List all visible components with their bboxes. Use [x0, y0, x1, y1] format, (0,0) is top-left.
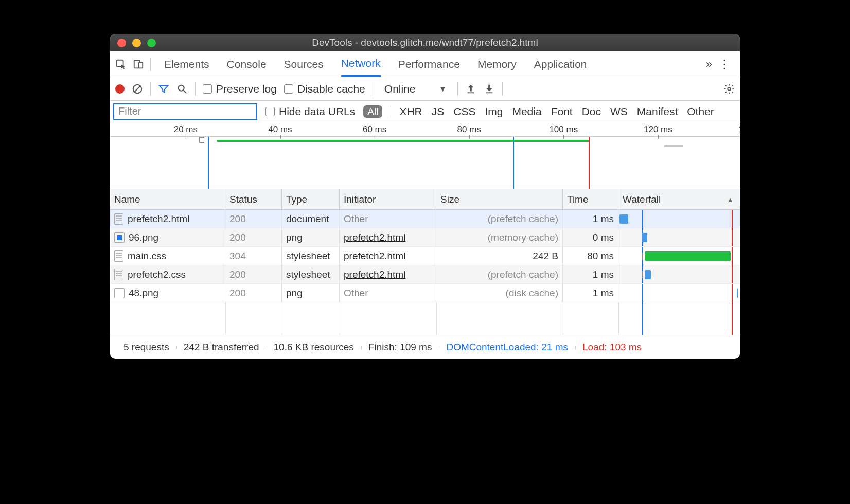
document-icon	[114, 269, 123, 280]
more-tabs-icon[interactable]: »	[706, 58, 710, 71]
filter-type-ws[interactable]: WS	[610, 105, 628, 118]
filter-type-media[interactable]: Media	[512, 105, 541, 118]
request-initiator[interactable]: prefetch2.html	[344, 250, 405, 262]
inspect-element-icon[interactable]	[115, 59, 127, 70]
clear-icon[interactable]	[132, 83, 143, 95]
request-initiator: Other	[344, 287, 368, 299]
filter-type-img[interactable]: Img	[485, 105, 503, 118]
svg-rect-7	[468, 92, 474, 93]
request-type: png	[282, 228, 340, 246]
waterfall-queue-tick	[642, 271, 643, 278]
waterfall-bar	[645, 251, 731, 261]
request-row[interactable]: prefetch2.html200documentOther(prefetch …	[110, 210, 740, 228]
filter-type-js[interactable]: JS	[432, 105, 445, 118]
request-row[interactable]: main.css304stylesheetprefetch2.html242 B…	[110, 247, 740, 265]
waterfall-load-line	[732, 210, 733, 228]
timeline-tick: 120 ms	[644, 124, 672, 135]
filter-input[interactable]: Filter	[113, 103, 257, 120]
column-header-time[interactable]: Time	[563, 189, 618, 209]
waterfall-cell	[618, 265, 738, 283]
overview-range-handle[interactable]	[199, 137, 204, 143]
request-type: stylesheet	[282, 265, 340, 283]
column-separator	[618, 302, 619, 335]
waterfall-load-line	[732, 247, 733, 265]
table-filler	[110, 302, 740, 335]
filter-bar: Filter Hide data URLs All XHRJSCSSImgMed…	[110, 101, 740, 122]
throttling-value: Online	[384, 83, 416, 95]
kebab-menu-icon[interactable]: ⋮	[714, 57, 735, 71]
timeline-tick: 100 ms	[549, 124, 578, 135]
download-har-icon[interactable]	[484, 83, 495, 95]
waterfall-dcl-line	[642, 284, 643, 302]
waterfall-dcl-line	[642, 210, 643, 228]
hide-data-urls-checkbox[interactable]: Hide data URLs	[265, 105, 355, 118]
waterfall-dcl-line	[642, 302, 643, 335]
tab-elements[interactable]: Elements	[164, 51, 209, 77]
request-row[interactable]: prefetch2.css200stylesheetprefetch2.html…	[110, 265, 740, 284]
filter-type-font[interactable]: Font	[551, 105, 573, 118]
filter-type-css[interactable]: CSS	[453, 105, 475, 118]
tab-application[interactable]: Application	[534, 51, 587, 77]
image-icon	[114, 288, 125, 298]
filter-type-doc[interactable]: Doc	[582, 105, 601, 118]
device-toolbar-icon[interactable]	[133, 59, 144, 70]
request-type: stylesheet	[282, 247, 340, 265]
request-size: (memory cache)	[436, 228, 563, 246]
record-button[interactable]	[115, 84, 125, 94]
timeline-tick: 14	[738, 124, 740, 135]
column-header-name[interactable]: Name	[110, 189, 225, 209]
column-header-waterfall[interactable]: Waterfall▲	[618, 189, 738, 209]
svg-point-9	[728, 87, 731, 91]
waterfall-bar	[737, 289, 738, 298]
search-icon[interactable]	[176, 83, 188, 95]
request-size: (prefetch cache)	[436, 210, 563, 228]
waterfall-cell	[618, 247, 738, 265]
column-header-type[interactable]: Type	[282, 189, 340, 209]
upload-har-icon[interactable]	[465, 83, 476, 95]
tab-sources[interactable]: Sources	[284, 51, 324, 77]
status-resources: 10.6 KB resources	[267, 341, 361, 353]
preserve-log-checkbox[interactable]: Preserve log	[203, 83, 277, 95]
tab-memory[interactable]: Memory	[477, 51, 517, 77]
waterfall-load-line	[732, 284, 733, 302]
request-name: main.css	[128, 250, 166, 262]
request-status: 200	[225, 210, 282, 228]
column-header-size[interactable]: Size	[436, 189, 563, 209]
svg-rect-2	[139, 62, 143, 68]
tab-console[interactable]: Console	[227, 51, 267, 77]
filter-type-xhr[interactable]: XHR	[399, 105, 422, 118]
settings-gear-icon[interactable]	[723, 83, 735, 95]
timeline-overview[interactable]: 20 ms40 ms60 ms80 ms100 ms120 ms14	[110, 122, 740, 189]
waterfall-cell	[618, 284, 738, 302]
svg-rect-8	[486, 92, 493, 93]
waterfall-cell	[618, 210, 738, 228]
request-initiator[interactable]: prefetch2.html	[344, 232, 405, 243]
timeline-tick: 20 ms	[174, 124, 198, 135]
filter-type-other[interactable]: Other	[687, 105, 714, 118]
column-header-initiator[interactable]: Initiator	[340, 189, 436, 209]
request-size: (prefetch cache)	[436, 265, 563, 283]
request-status: 304	[225, 247, 282, 265]
request-initiator[interactable]: prefetch2.html	[344, 269, 405, 280]
tab-network[interactable]: Network	[341, 51, 381, 77]
filter-icon[interactable]	[158, 83, 169, 95]
throttling-select[interactable]: Online ▼	[380, 83, 451, 95]
filter-type-all[interactable]: All	[363, 105, 382, 118]
request-status: 200	[225, 284, 282, 302]
disable-cache-checkbox[interactable]: Disable cache	[284, 83, 365, 95]
hide-data-urls-label: Hide data URLs	[279, 105, 355, 118]
status-finish: Finish: 109 ms	[361, 341, 439, 353]
network-toolbar: Preserve log Disable cache Online ▼	[110, 77, 740, 101]
waterfall-bar	[645, 270, 651, 279]
devtools-window: DevTools - devtools.glitch.me/wndt77/pre…	[110, 34, 740, 359]
filter-type-manifest[interactable]: Manifest	[637, 105, 678, 118]
overview-marker-start	[208, 137, 209, 189]
request-initiator: Other	[344, 213, 368, 225]
status-bar: 5 requests 242 B transferred 10.6 KB res…	[110, 335, 740, 359]
request-name: prefetch2.css	[128, 269, 186, 280]
request-table: prefetch2.html200documentOther(prefetch …	[110, 210, 740, 302]
column-header-status[interactable]: Status	[225, 189, 282, 209]
request-row[interactable]: 48.png200pngOther(disk cache)1 ms	[110, 284, 740, 302]
request-row[interactable]: 96.png200pngprefetch2.html(memory cache)…	[110, 228, 740, 247]
tab-performance[interactable]: Performance	[398, 51, 460, 77]
